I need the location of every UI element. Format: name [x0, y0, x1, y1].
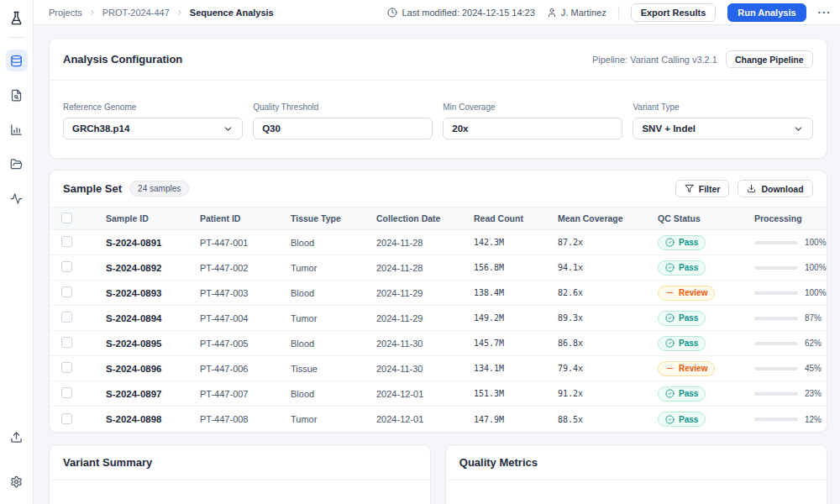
qc-status-badge: Pass [658, 412, 706, 427]
sidebar-item-database[interactable] [6, 50, 28, 71]
read-count: 134.1M [474, 364, 558, 373]
more-menu-button[interactable]: ··· [818, 6, 832, 18]
qc-status-label: Pass [679, 263, 698, 272]
qc-status-badge: Review [658, 361, 715, 376]
reference-genome-select[interactable]: GRCh38.p14 [63, 118, 243, 139]
select-all-checkbox[interactable] [61, 213, 72, 223]
tissue-type: Blood [291, 389, 376, 399]
field-variant-type: Variant Type SNV + Indel [633, 102, 812, 139]
chevron-down-icon [223, 123, 234, 134]
processing-cell: 100% [754, 288, 827, 297]
tissue-type: Tissue [291, 364, 376, 374]
progress-percent: 100% [805, 263, 827, 272]
row-checkbox[interactable] [61, 337, 72, 348]
row-checkbox[interactable] [61, 261, 72, 272]
variant-summary-card: Variant Summary [49, 444, 431, 504]
qc-status-label: Pass [679, 339, 698, 348]
qc-status-badge: Pass [658, 235, 706, 250]
qc-status-label: Review [679, 364, 707, 373]
collection-date: 2024-11-30 [376, 339, 474, 349]
row-checkbox[interactable] [61, 413, 72, 424]
column-header-patient-id: Patient ID [200, 213, 291, 223]
sample-id: S-2024-0896 [106, 364, 200, 374]
filter-button[interactable]: Filter [675, 180, 730, 197]
sample-id: S-2024-0892 [106, 263, 200, 273]
chevron-right-icon [176, 8, 184, 17]
sidebar-item-charts[interactable] [6, 118, 28, 140]
sample-count-badge: 24 samples [129, 181, 189, 197]
patient-id: PT-447-008 [200, 414, 291, 424]
progress-bar [754, 392, 798, 396]
progress-percent: 23% [805, 389, 822, 398]
current-user: J. Martinez [547, 8, 606, 18]
row-checkbox[interactable] [61, 236, 72, 247]
sample-id: S-2024-0898 [106, 414, 200, 424]
field-label: Variant Type [633, 102, 812, 112]
breadcrumb: Projects PROT-2024-447 Sequence Analysis [49, 8, 274, 18]
run-analysis-button[interactable]: Run Analysis [727, 3, 806, 22]
change-pipeline-button[interactable]: Change Pipeline [726, 50, 813, 68]
patient-id: PT-447-006 [200, 364, 291, 374]
sample-id: S-2024-0897 [106, 389, 200, 399]
table-header-row: Sample ID Patient ID Tissue Type Collect… [50, 207, 827, 230]
qc-status-label: Pass [679, 238, 698, 247]
tissue-type: Blood [291, 238, 376, 248]
mean-coverage: 88.5x [558, 415, 658, 424]
sidebar-item-upload[interactable] [6, 426, 28, 448]
minus-icon [665, 364, 675, 373]
quality-threshold-input[interactable] [253, 118, 433, 139]
column-header-sample-id: Sample ID [106, 213, 200, 223]
processing-cell: 23% [754, 389, 827, 398]
tissue-type: Tumor [291, 263, 376, 273]
min-coverage-input[interactable] [443, 118, 622, 139]
processing-cell: 100% [754, 238, 827, 247]
tissue-type: Blood [291, 339, 376, 349]
check-circle-icon [665, 389, 675, 398]
field-min-coverage: Min Coverage [443, 102, 622, 139]
collection-date: 2024-11-29 [376, 288, 474, 298]
read-count: 142.3M [474, 238, 558, 247]
row-checkbox[interactable] [61, 387, 72, 398]
qc-status-badge: Review [658, 286, 715, 301]
download-button[interactable]: Download [738, 180, 812, 197]
table-row: S-2024-0895PT-447-005Blood2024-11-30145.… [50, 331, 827, 356]
sample-id: S-2024-0893 [106, 288, 200, 298]
variant-type-select[interactable]: SNV + Indel [633, 118, 812, 139]
check-circle-icon [665, 415, 675, 424]
progress-percent: 87% [805, 313, 822, 323]
read-count: 149.2M [474, 313, 558, 323]
read-count: 145.7M [474, 339, 558, 348]
row-checkbox[interactable] [61, 286, 72, 297]
qc-status-label: Review [679, 288, 707, 297]
file-search-icon [10, 89, 23, 102]
breadcrumb-project-id[interactable]: PROT-2024-447 [102, 8, 170, 18]
table-row: S-2024-0891PT-447-001Blood2024-11-28142.… [50, 230, 827, 255]
card-title-quality-metrics: Quality Metrics [459, 456, 538, 469]
upload-icon [10, 431, 23, 444]
mean-coverage: 94.1x [558, 263, 658, 272]
breadcrumb-projects[interactable]: Projects [49, 8, 82, 18]
table-row: S-2024-0892PT-447-002Tumor2024-11-28156.… [50, 255, 827, 281]
sample-id: S-2024-0895 [106, 339, 200, 349]
export-results-button[interactable]: Export Results [631, 3, 717, 22]
sidebar-item-file-search[interactable] [6, 84, 28, 106]
mean-coverage: 79.4x [558, 364, 658, 373]
sidebar-item-settings[interactable] [6, 470, 28, 492]
column-header-mean-coverage: Mean Coverage [558, 213, 658, 223]
check-circle-icon [665, 313, 675, 323]
topbar: Projects PROT-2024-447 Sequence Analysis… [34, 0, 840, 25]
row-checkbox[interactable] [61, 362, 72, 373]
sidebar-item-activity[interactable] [6, 187, 28, 209]
main-content: Analysis Configuration Pipeline: Variant… [34, 25, 840, 504]
progress-bar [754, 241, 798, 244]
column-header-read-count: Read Count [474, 213, 558, 223]
column-header-collection-date: Collection Date [376, 213, 474, 223]
last-modified: Last modified: 2024-12-15 14:23 [387, 8, 534, 18]
collection-date: 2024-11-30 [376, 364, 474, 374]
minus-icon [665, 288, 675, 297]
processing-cell: 45% [754, 364, 827, 373]
sidebar-item-files[interactable] [6, 153, 28, 175]
database-icon [10, 55, 23, 67]
patient-id: PT-447-003 [200, 288, 291, 298]
row-checkbox[interactable] [61, 312, 72, 323]
